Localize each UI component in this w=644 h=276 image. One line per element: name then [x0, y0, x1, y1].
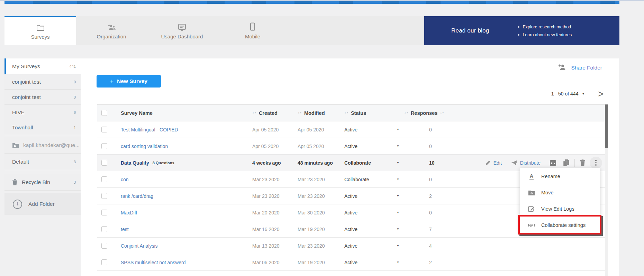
row-checkbox[interactable]	[101, 193, 107, 199]
column-header-responses[interactable]: ▲▼Responses▲▼	[400, 110, 442, 116]
row-checkbox[interactable]	[101, 143, 107, 149]
distribute-button[interactable]: Distribute	[511, 160, 541, 166]
sidebar-item-conjoint-test-2[interactable]: conjoint test 0	[4, 90, 81, 105]
table-row[interactable]: card sorting validation Apr 05 2020 Apr …	[97, 138, 605, 155]
status-dropdown-icon[interactable]: ▼	[397, 145, 399, 148]
tab-usage-dashboard[interactable]: Usage Dashboard	[147, 16, 217, 45]
folder-count: 441	[70, 64, 76, 68]
menu-item-collaborate-settings[interactable]: Collaborate settings	[520, 217, 600, 233]
sort-icon[interactable]: ▲▼	[298, 112, 302, 114]
status-dropdown-icon[interactable]: ▼	[397, 161, 399, 164]
banner-bullet-list: Explore research method Learn about new …	[518, 25, 572, 37]
folder-label: HIVE	[12, 109, 25, 116]
copy-button[interactable]	[563, 159, 570, 167]
row-checkbox[interactable]	[101, 259, 107, 265]
sort-icon[interactable]: ▲▼	[404, 112, 408, 114]
table-scrollbar[interactable]	[605, 104, 608, 276]
sort-icon[interactable]: ▲▼	[440, 112, 444, 114]
status-dropdown-icon[interactable]: ▼	[397, 211, 399, 214]
analytics-button[interactable]	[550, 160, 556, 166]
sort-icon[interactable]: ▲▼	[344, 112, 348, 114]
modified-cell: 48 minutes ago	[293, 160, 340, 166]
status-dropdown-icon[interactable]: ▼	[397, 228, 399, 231]
column-header-created[interactable]: ▲▼Created	[248, 110, 293, 116]
status-cell: Collaborate	[344, 177, 369, 182]
sort-icon[interactable]: ▲▼	[252, 112, 256, 114]
row-checkbox[interactable]	[101, 243, 107, 249]
sidebar-item-shared-account-folder[interactable]: kapil.khandekar@que...	[4, 137, 81, 154]
status-dropdown-icon[interactable]: ▼	[397, 194, 399, 197]
row-checkbox[interactable]	[101, 210, 107, 215]
question-count-badge: 8 Questions	[153, 161, 174, 165]
status-cell: Active	[344, 243, 357, 249]
tab-label: Surveys	[31, 34, 49, 40]
status-dropdown-icon[interactable]: ▼	[397, 178, 399, 181]
modified-cell: Apr 05 2020	[293, 144, 340, 149]
share-folder-button[interactable]: Share Folder	[558, 63, 602, 72]
delete-button[interactable]	[580, 159, 586, 166]
select-all-checkbox[interactable]	[101, 110, 107, 116]
paper-plane-icon	[511, 160, 518, 166]
column-header-status[interactable]: ▲▼Status	[340, 110, 400, 116]
row-checkbox[interactable]	[101, 176, 107, 182]
survey-name-link[interactable]: Conjoint Analysis	[121, 243, 158, 249]
survey-name-link[interactable]: con	[121, 177, 129, 182]
table-row[interactable]: Test Multilingual - COPIED Apr 05 2020 A…	[97, 121, 605, 138]
add-folder-button[interactable]: + Add Folder	[4, 193, 81, 215]
browser-toolbar-strip	[4, 1, 619, 4]
responses-cell: 4	[400, 243, 442, 249]
status-dropdown-icon[interactable]: ▼	[397, 261, 399, 264]
tab-organization[interactable]: Organization	[76, 16, 147, 45]
pagination-range[interactable]: 1 - 50 of 444	[551, 91, 579, 96]
banner-bullet-text: Learn about new features	[523, 33, 572, 37]
column-header-modified[interactable]: ▲▼Modified	[293, 110, 340, 116]
survey-name-link[interactable]: test	[121, 227, 129, 232]
folder-label: conjoint test	[12, 94, 41, 100]
survey-name-link[interactable]: SPSS multiselect not answerd	[121, 260, 186, 265]
tab-label: Usage Dashboard	[161, 34, 203, 39]
tab-mobile[interactable]: Mobile	[217, 16, 288, 45]
row-checkbox[interactable]	[101, 160, 107, 166]
sidebar-item-conjoint-test-1[interactable]: conjoint test 0	[4, 74, 81, 90]
sidebar-item-default[interactable]: Default 3	[4, 154, 81, 170]
sidebar-item-recycle-bin[interactable]: Recycle Bin 3	[4, 174, 81, 191]
menu-item-rename[interactable]: A Rename	[520, 168, 600, 184]
banner-bullet-text: Explore research method	[523, 25, 571, 29]
scrollbar-thumb[interactable]	[605, 104, 608, 148]
menu-item-move[interactable]: Move	[520, 184, 600, 201]
pagination-caret-icon[interactable]: ▼	[582, 92, 584, 95]
sidebar-item-hive[interactable]: HIVE 6	[4, 105, 81, 120]
tab-surveys[interactable]: Surveys	[4, 16, 76, 45]
add-folder-label: Add Folder	[28, 201, 55, 207]
status-dropdown-icon[interactable]: ▼	[397, 244, 399, 247]
row-checkbox[interactable]	[101, 127, 107, 132]
created-cell: Mar 23 2020	[248, 193, 293, 199]
table-row[interactable]: SPSS multiselect not answerd Mar 06 2020…	[97, 254, 605, 271]
folder-label: Townhall	[12, 125, 33, 131]
row-checkbox[interactable]	[101, 226, 107, 232]
sidebar-item-my-surveys[interactable]: My Surveys 441	[4, 58, 81, 74]
edit-button[interactable]: Edit	[485, 160, 502, 166]
handshake-icon	[528, 222, 535, 228]
column-header-survey-name[interactable]: Survey Name	[117, 110, 248, 116]
folder-count: 3	[74, 180, 76, 184]
survey-name-link[interactable]: rank /card/drag	[121, 193, 153, 199]
sidebar-item-townhall[interactable]: Townhall 1	[4, 120, 81, 135]
blog-banner[interactable]: Read our blog Explore research method Le…	[424, 16, 619, 45]
modified-cell: Mar 23 2020	[293, 177, 340, 182]
survey-name-link[interactable]: MaxDiff	[121, 210, 137, 215]
table-row[interactable]: Conjoint Analysis Mar 13 2020 Mar 23 202…	[97, 238, 605, 254]
status-dropdown-icon[interactable]: ▼	[397, 128, 399, 131]
new-survey-button[interactable]: + New Survey	[97, 75, 161, 88]
menu-item-label: View Edit Logs	[541, 206, 574, 212]
survey-name-link[interactable]: Test Multilingual - COPIED	[121, 127, 178, 132]
folder-label: Default	[12, 159, 29, 165]
created-cell: Mar 06 2020	[248, 260, 293, 265]
next-page-chevron-icon[interactable]: >	[598, 88, 604, 99]
banner-title[interactable]: Read our blog	[451, 27, 489, 34]
survey-name-link[interactable]: card sorting validation	[121, 144, 168, 149]
more-options-button[interactable]	[590, 157, 602, 169]
menu-item-view-edit-logs[interactable]: View Edit Logs	[520, 201, 600, 217]
survey-name-link[interactable]: Data Quality	[121, 160, 149, 166]
bullet-dot-icon	[518, 34, 519, 36]
